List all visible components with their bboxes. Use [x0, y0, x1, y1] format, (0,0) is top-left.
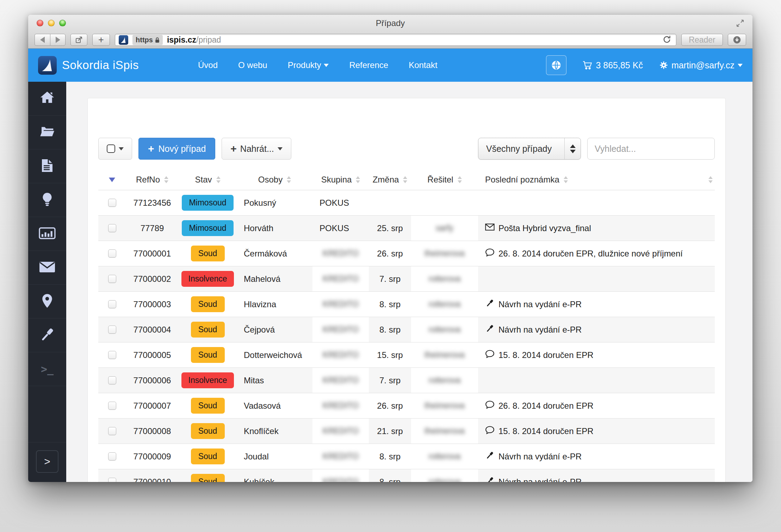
column-header-1[interactable]: RefNo — [126, 175, 179, 185]
row-checkbox-cell — [98, 249, 126, 258]
address-bar[interactable]: https ispis.cz/pripad — [115, 34, 676, 46]
zoom-button[interactable] — [59, 20, 66, 26]
nav-item-3[interactable]: Produkty — [288, 60, 329, 70]
row-checkbox[interactable] — [108, 452, 116, 460]
brand[interactable]: Sokordia iSpis — [38, 56, 139, 75]
new-tab-button[interactable]: + — [92, 34, 110, 46]
case-note: Pošta Hybrid vyzva_final — [478, 222, 715, 234]
case-person: Čejpová — [237, 325, 312, 335]
case-refno: 77123456 — [126, 198, 179, 208]
fullscreen-icon[interactable] — [735, 19, 745, 28]
downloads-button[interactable] — [728, 34, 746, 46]
search-input[interactable] — [587, 138, 715, 160]
row-checkbox[interactable] — [108, 478, 116, 482]
case-note-text: Návrh na vydání e-PR — [498, 477, 582, 482]
column-header-2[interactable]: Stav — [179, 175, 237, 185]
sort-indicator-cell[interactable] — [98, 178, 126, 182]
sidebar: >_> — [28, 82, 66, 482]
redacted-text: theimerova — [424, 350, 465, 360]
nav-item-2[interactable]: O webu — [238, 60, 267, 70]
sidebar-item-folder-open[interactable] — [28, 116, 66, 149]
share-button[interactable] — [70, 34, 87, 46]
status-badge: Soud — [191, 246, 225, 261]
sidebar-item-bar-chart[interactable] — [28, 217, 66, 251]
status-badge: Soud — [191, 347, 225, 363]
case-note-text: Návrh na vydání e-PR — [498, 452, 582, 462]
column-header-7[interactable]: Poslední poznámka — [478, 175, 715, 185]
row-checkbox[interactable] — [108, 351, 116, 359]
table-row[interactable]: 77000002InsolvenceMahelováKREDITO7. srpr… — [98, 266, 715, 292]
browser-toolbar: + https ispis.cz/pripad Reader — [28, 32, 752, 48]
status-badge: Soud — [191, 322, 225, 338]
table-row[interactable]: 77000005SoudDotterweichováKREDITO15. srp… — [98, 342, 715, 368]
case-solver-redacted: rotterova — [411, 368, 478, 393]
row-checkbox[interactable] — [108, 402, 116, 410]
row-checkbox[interactable] — [108, 249, 116, 258]
comment-icon — [485, 349, 495, 361]
sidebar-item-map-marker[interactable] — [28, 285, 66, 318]
table-row[interactable]: 77789MimosoudHorváthPOKUS25. srpsarfyPoš… — [98, 216, 715, 241]
table-row[interactable]: 77123456MimosoudPokusnýPOKUS — [98, 190, 715, 216]
table-row[interactable]: 77000004SoudČejpováKREDITO8. srprotterov… — [98, 317, 715, 342]
row-checkbox[interactable] — [108, 275, 116, 283]
account-menu[interactable]: martin@sarfy.cz — [659, 60, 743, 70]
column-header-6[interactable]: Řešitel — [411, 175, 478, 185]
sidebar-item-terminal[interactable]: >_ — [28, 352, 66, 386]
lightbulb-icon — [39, 191, 56, 209]
row-checkbox[interactable] — [108, 376, 116, 384]
plus-icon: + — [230, 143, 237, 155]
case-note-text: Návrh na vydání e-PR — [498, 299, 582, 309]
row-checkbox[interactable] — [108, 427, 116, 435]
case-group-redacted: KREDITO — [312, 469, 369, 482]
status-badge: Insolvence — [181, 372, 234, 388]
case-solver-redacted: theimerova — [411, 342, 478, 367]
back-button[interactable] — [35, 34, 50, 46]
language-button[interactable] — [546, 55, 566, 75]
table-row[interactable]: 77000009SoudJoudalKREDITO8. srprotterova… — [98, 444, 715, 469]
gavel-icon — [485, 298, 495, 310]
sidebar-item-document[interactable] — [28, 149, 66, 183]
sidebar-item-envelope[interactable] — [28, 251, 66, 285]
nav-item-1[interactable]: Úvod — [198, 60, 218, 70]
close-button[interactable] — [37, 20, 43, 26]
table-row[interactable]: 77000010SoudKubíčekKREDITO8. srprotterov… — [98, 469, 715, 482]
sidebar-item-gavel[interactable] — [28, 318, 66, 352]
upload-button[interactable]: + Nahrát... — [222, 138, 291, 160]
sidebar-item-home[interactable] — [28, 82, 66, 116]
case-group-redacted: KREDITO — [312, 419, 369, 444]
table-row[interactable]: 77000003SoudHlaviznaKREDITO8. srprottero… — [98, 292, 715, 317]
cart-button[interactable]: 3 865,85 Kč — [583, 60, 643, 70]
sidebar-expand-button[interactable]: > — [36, 450, 58, 473]
case-solver-redacted: rotterova — [411, 444, 478, 469]
row-checkbox[interactable] — [108, 326, 116, 334]
row-checkbox[interactable] — [108, 199, 116, 207]
row-checkbox[interactable] — [108, 224, 116, 232]
minimize-button[interactable] — [48, 20, 55, 26]
reader-button[interactable]: Reader — [681, 34, 723, 46]
table-row[interactable]: 77000008SoudKnoflíčekKREDITO21. srptheim… — [98, 419, 715, 444]
map-marker-icon — [39, 292, 56, 311]
case-refno: 77789 — [126, 223, 179, 233]
new-case-button[interactable]: + Nový případ — [138, 138, 215, 160]
case-changed-date: 15. srp — [369, 350, 411, 360]
case-filter-select[interactable]: Všechny případy — [478, 138, 581, 160]
forward-button[interactable] — [50, 34, 66, 46]
column-header-4[interactable]: Skupina — [312, 175, 369, 185]
column-header-3[interactable]: Osoby — [237, 175, 312, 185]
nav-item-5[interactable]: Kontakt — [409, 60, 437, 70]
table-row[interactable]: 77000006InsolvenceMitasKREDITO7. srprott… — [98, 368, 715, 393]
window-titlebar[interactable]: Případy — [28, 15, 752, 32]
case-changed-date: 7. srp — [369, 376, 411, 385]
sidebar-item-lightbulb[interactable] — [28, 183, 66, 217]
row-checkbox[interactable] — [108, 300, 116, 308]
nav-item-4[interactable]: Reference — [349, 60, 388, 70]
refresh-button[interactable] — [661, 34, 672, 45]
redacted-text: sarfy — [436, 223, 453, 233]
select-all-button[interactable] — [98, 138, 132, 160]
row-checkbox-cell — [98, 300, 126, 308]
table-row[interactable]: 77000001SoudČermákováKREDITO26. srptheim… — [98, 241, 715, 266]
case-solver-redacted: theimerova — [411, 241, 478, 266]
column-header-5[interactable]: Změna — [369, 175, 411, 185]
case-refno: 77000001 — [126, 249, 179, 259]
table-row[interactable]: 77000007SoudVadasováKREDITO26. srptheime… — [98, 393, 715, 419]
